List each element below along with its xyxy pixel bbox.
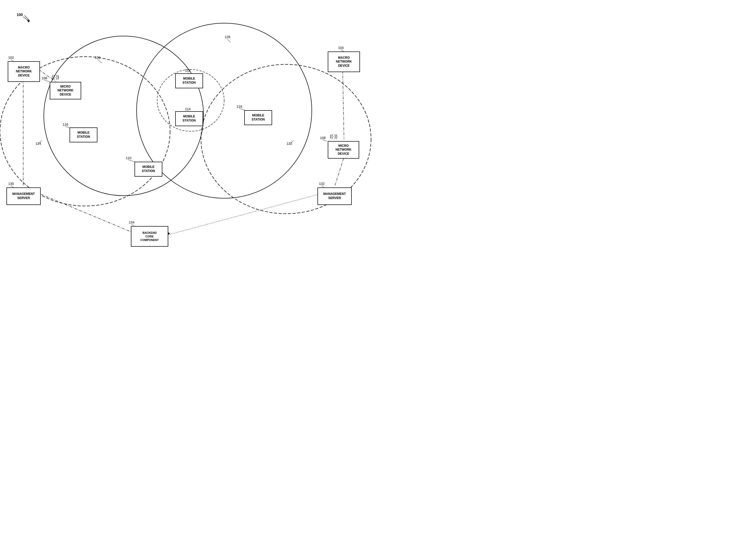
svg-text:114: 114 <box>185 107 191 111</box>
svg-line-21 <box>227 39 231 42</box>
svg-text:118: 118 <box>236 104 242 108</box>
svg-text:104: 104 <box>338 46 344 50</box>
svg-line-29 <box>11 59 14 61</box>
svg-text:108: 108 <box>320 136 326 140</box>
svg-line-8 <box>170 194 318 234</box>
svg-text:100: 100 <box>17 13 23 17</box>
svg-text:106: 106 <box>42 76 47 80</box>
mobile-station-110: MOBILESTATION <box>135 162 162 177</box>
svg-text:134: 134 <box>129 220 135 224</box>
svg-text:102: 102 <box>8 56 14 59</box>
backend-core-component: BACKENDCORECOMPONENT <box>131 226 168 247</box>
svg-line-43 <box>239 108 245 110</box>
management-server-left: MANAGEMENTSERVER <box>6 187 41 205</box>
mobile-station-116: MOBILESTATION <box>70 127 97 142</box>
svg-line-9 <box>335 157 344 185</box>
svg-line-19 <box>97 59 102 63</box>
svg-point-1 <box>137 23 312 198</box>
svg-text:122: 122 <box>287 142 292 145</box>
svg-line-47 <box>322 186 324 187</box>
svg-text:110: 110 <box>126 156 131 160</box>
macro-network-device-left: MACRONETWORKDEVICE <box>8 61 40 82</box>
svg-line-49 <box>131 224 135 226</box>
management-server-right: MANAGEMENTSERVER <box>317 187 352 205</box>
micro-network-device-right: MICRONETWORKDEVICE <box>328 141 359 159</box>
svg-text:126: 126 <box>225 35 230 39</box>
svg-line-7 <box>41 194 134 233</box>
svg-text:116: 116 <box>63 123 68 126</box>
network-diagram: ((·)) ((·)) 100 120 126 124 122 104 102 <box>0 0 378 280</box>
mobile-station-112: MOBILESTATION <box>175 73 203 88</box>
mobile-station-118: MOBILESTATION <box>244 110 272 125</box>
macro-network-device-right: MACRONETWORKDEVICE <box>328 52 360 72</box>
svg-line-27 <box>341 50 344 52</box>
svg-text:120: 120 <box>95 56 100 59</box>
svg-text:((·)): ((·)) <box>52 75 59 80</box>
svg-text:132: 132 <box>319 182 325 186</box>
svg-line-33 <box>323 140 327 141</box>
mobile-station-114: MOBILESTATION <box>175 111 203 126</box>
svg-line-10 <box>343 71 344 139</box>
svg-text:((·)): ((·)) <box>330 134 337 139</box>
svg-text:112: 112 <box>185 68 191 72</box>
svg-line-45 <box>11 186 14 187</box>
svg-text:130: 130 <box>8 182 14 186</box>
micro-network-device-left: MICRONETWORKDEVICE <box>50 82 81 99</box>
